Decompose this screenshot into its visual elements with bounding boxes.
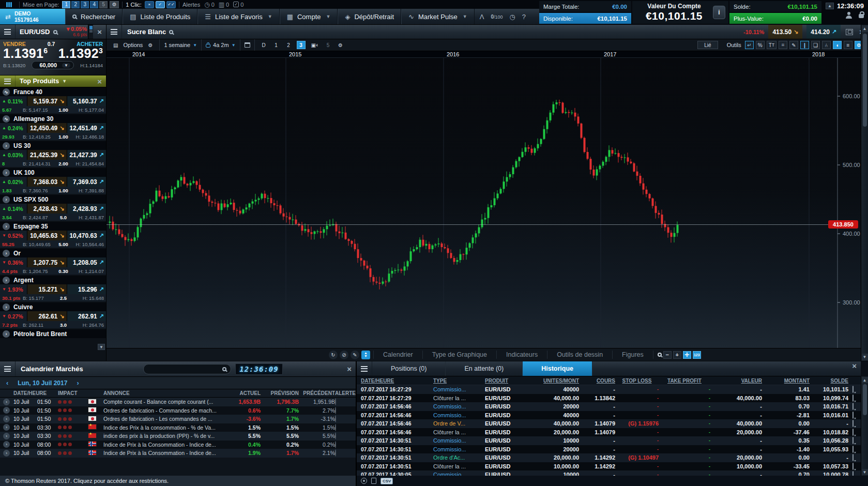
amount-selector[interactable]: 60,000▼ [32,61,74,69]
calendar-row[interactable]: › 10 Juil 03:30 indice des prix à la pro… [0,432,356,441]
tab-indicateurs[interactable]: Indicateurs [497,351,547,359]
chat-bubble-icon[interactable] [852,412,854,419]
scroll-down-icon[interactable]: ▼ [98,344,105,350]
trade-row[interactable]: 07.07.2017 14:30:51 Ordre d'Ac... EUR/US… [357,453,861,462]
lock-icon[interactable] [859,14,864,18]
target-icon[interactable] [361,478,367,484]
product-item[interactable]: ›Espagne 35 ▼0.52% 10,465.63↘ 10,470.63↗… [0,222,106,248]
tab-type-graphique[interactable]: Type de Graphique [423,351,497,359]
tool-compare-icon[interactable]: ⑃ [822,41,831,49]
tool-grid-icon[interactable]: ⌗ [779,41,787,49]
product-sell-button[interactable]: 262.61↘ [27,311,67,321]
trade-row[interactable]: 07.07.2017 14:56:46 Commissio... EUR/USD… [357,402,861,411]
chat-bubble-icon[interactable] [852,429,854,436]
trade-type[interactable]: Commissio... [433,437,485,444]
product-item[interactable]: ∿France 40 ▲0.11% 5,159.37↘ 5,160.37↗ 5.… [0,87,106,113]
product-item[interactable]: ›Cuivre ▼0.27% 262.61↘ 262.91↗ 7.2 pts B… [0,302,106,328]
trade-type[interactable]: Ordre de V... [433,420,485,427]
page-button-3[interactable]: 3 [81,1,89,8]
calendar-menu-button[interactable] [0,361,16,376]
nav-liste-favoris[interactable]: ☰Liste de Favoris▼ [197,9,279,24]
expand-chevron-icon[interactable]: › [3,433,10,439]
compass-icon[interactable]: Λ [480,13,484,21]
lie-button[interactable]: Lié [693,39,722,51]
trade-row[interactable]: 07.07.2017 14:56:46 Commissio... EUR/USD… [357,411,861,420]
scroll-thumb[interactable] [863,34,867,127]
scroll-down-icon[interactable]: ▼ [862,354,868,360]
depth-5[interactable]: 5 [324,41,332,49]
numbers-button[interactable]: 123 [693,351,701,359]
depth-1[interactable]: 1 [272,41,281,49]
trade-row[interactable]: 07.07.2017 14:30:05 Commissio... EUR/USD… [357,470,861,476]
trade-row[interactable]: 07.07.2017 14:56:46 Ordre de V... EUR/US… [357,419,861,428]
expand-chevron-icon[interactable]: › [3,399,10,405]
calendar-row[interactable]: › 10 Juil 01:50 Compte courant - Balance… [0,398,356,406]
product-buy-button[interactable]: 262.91↗ [67,311,106,321]
expand-chevron-icon[interactable]: › [3,416,10,422]
trade-type[interactable]: Commissio... [433,412,485,418]
period-selector[interactable]: 1 semaine▼ [160,39,202,51]
trade-type[interactable]: Clôturer la ... [433,395,485,401]
alert-circle-icon[interactable] [335,441,336,448]
product-item[interactable]: ›UK 100 ▲0.02% 7,368.03↘ 7,369.03↗ 1.83 … [0,168,106,194]
trades-menu-button[interactable] [357,361,372,376]
calendar-close-icon[interactable]: × [343,364,356,373]
trade-type[interactable]: Commissio... [433,472,485,476]
zoom-out-button[interactable]: − [663,351,672,359]
tab-calendrier[interactable]: Calendrier [373,351,423,359]
alert-circle-icon[interactable] [335,415,336,422]
collapse-chevron-icon[interactable]: ▲ [826,3,834,9]
trade-type[interactable]: Commissio... [433,386,485,392]
trade-row[interactable]: 07.07.2017 14:30:51 Commissio... EUR/USD… [357,436,861,445]
chat-bubble-icon[interactable] [852,420,854,427]
chart-options-button[interactable]: ▤Options⚙ [106,39,160,51]
calendar-row[interactable]: › 10 Juil 01:50 Ordres de fabrication - … [0,406,356,415]
percent-icon[interactable]: 0/100 [491,14,502,20]
chat-bubble-icon[interactable] [852,403,854,410]
one-click-confirm-icon[interactable]: ✓ [156,1,165,8]
pencil-icon[interactable]: ✎ [351,351,359,359]
chart-buy-button[interactable]: 414.20↗ [806,25,841,39]
right-scrollbar[interactable]: ▲ ▼ [861,25,868,361]
chat-bubble-icon[interactable] [852,454,854,461]
product-item[interactable]: ›US 30 ▲0.03% 21,425.39↘ 21,427.39↗ 8 B:… [0,141,106,167]
scroll-thumb[interactable] [863,384,867,415]
tool-text-icon[interactable]: TT [767,41,776,49]
product-sell-button[interactable]: 10,465.63↘ [27,231,67,240]
product-sell-button[interactable]: 5,159.37↘ [27,96,67,106]
tool-draw-icon[interactable]: ✎ [789,41,798,49]
chat-bubble-icon[interactable] [852,446,854,453]
product-buy-button[interactable]: 21,427.39↗ [67,150,106,160]
updown-icon[interactable]: ▲▼ [361,351,370,359]
tool-candle-icon[interactable]: ❙ [800,41,809,49]
nav-market-pulse[interactable]: ∿Market Pulse▼ [401,9,475,24]
gear-icon[interactable]: ⚙ [336,41,345,49]
one-click-off-icon[interactable]: × [145,1,154,8]
product-sell-button[interactable]: 7,368.03↘ [27,177,67,187]
zoom-in-button[interactable]: + [673,351,681,359]
nav-rechercher[interactable]: Rechercher [65,9,123,24]
expand-chevron-icon[interactable]: › [3,424,10,431]
calendar-row[interactable]: › 10 Juil 08:00 Indice de Prix à la Cons… [0,449,356,458]
range-selector[interactable]: 4a 2m▼ [202,39,240,51]
products-close-icon[interactable]: × [93,77,106,86]
trade-row[interactable]: 07.07.2017 14:30:51 Commissio... EUR/USD… [357,445,861,454]
tab-figures[interactable]: Figures [613,351,653,359]
scroll-up-icon[interactable]: ▲ [862,377,868,383]
expand-chevron-icon[interactable]: › [3,441,10,448]
chart-menu-button[interactable] [106,25,122,39]
user-settings-icon[interactable] [846,12,852,18]
quote-menu-button[interactable] [0,25,16,39]
calendar-search-input[interactable] [143,364,231,374]
next-day-icon[interactable]: › [77,379,79,387]
trade-type[interactable]: Commissio... [433,446,485,452]
alert-circle-icon[interactable] [335,424,336,431]
trades-close-icon[interactable]: × [848,361,861,376]
products-menu-button[interactable] [0,75,16,87]
alert-circle-icon[interactable] [335,398,336,405]
grid-4-icon[interactable]: ▣4 [309,41,320,49]
product-buy-button[interactable]: 10,470.63↗ [67,231,106,240]
chat-bubble-icon[interactable] [852,394,854,402]
chat-bubble-icon[interactable] [852,437,854,444]
expand-chevron-icon[interactable]: › [3,407,10,414]
